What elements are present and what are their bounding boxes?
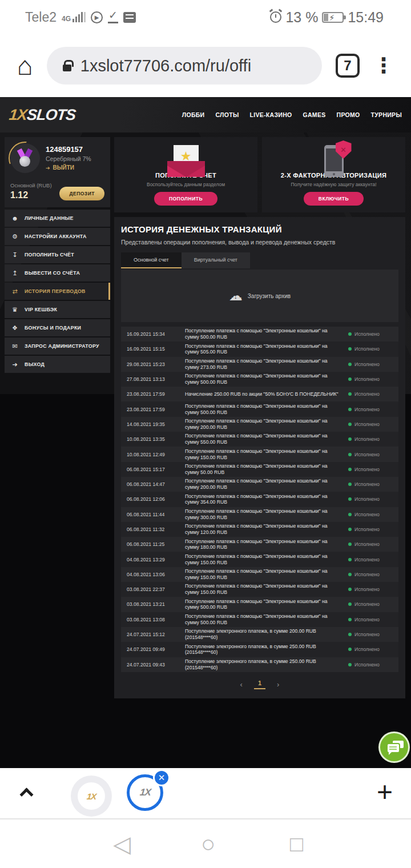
avatar-medal-icon[interactable] bbox=[10, 143, 40, 173]
sidebar-menu-item[interactable]: ➔ ВЫХОД bbox=[5, 356, 110, 373]
status-bar: Tele2 4G ▶ ✓ 13 % ⚡ 15:49 bbox=[0, 0, 411, 34]
sidebar-menu-item[interactable]: ❖ БОНУСЫ И ПОДАРКИ bbox=[5, 319, 110, 336]
table-row[interactable]: 06.08.2021 11:44 Поступление платежа с п… bbox=[121, 507, 398, 522]
nav-item[interactable]: ПРОМО bbox=[337, 111, 360, 118]
transaction-date: 06.08.2021 11:44 bbox=[127, 512, 185, 517]
logout-link[interactable]: ➔ ВЫЙТИ bbox=[46, 164, 91, 171]
url-text[interactable]: 1xslot77706.com/ru/offi bbox=[80, 57, 251, 75]
status-label: Исполнено bbox=[354, 617, 380, 622]
transaction-date: 23.08.2021 17:59 bbox=[127, 407, 185, 412]
table-row[interactable]: 06.08.2021 11:25 Поступление платежа с п… bbox=[121, 537, 398, 552]
table-row[interactable]: 23.08.2021 17:59 Начисление 250.00 RUB п… bbox=[121, 387, 398, 401]
transaction-status: Исполнено bbox=[348, 662, 394, 668]
deposit-button[interactable]: ДЕПОЗИТ bbox=[59, 187, 104, 200]
android-recents-icon[interactable]: □ bbox=[290, 833, 303, 855]
status-label: Исполнено bbox=[354, 467, 380, 472]
sidebar-menu-item[interactable]: ☻ ЛИЧНЫЕ ДАННЫЕ bbox=[5, 210, 110, 227]
new-tab-button[interactable]: + bbox=[377, 778, 393, 806]
close-tab-icon[interactable]: ✕ bbox=[153, 769, 170, 786]
nav-item[interactable]: LIVE-КАЗИНО bbox=[250, 111, 292, 118]
site-logo[interactable]: 1XSLOTS bbox=[8, 106, 76, 124]
table-row[interactable]: 03.08.2021 13:21 Поступление платежа с п… bbox=[121, 597, 398, 612]
nav-item[interactable]: ТУРНИРЫ bbox=[371, 111, 402, 118]
download-archive-button[interactable]: ☁↓ Загрузить архив bbox=[121, 270, 398, 322]
current-page-button[interactable]: 1 bbox=[254, 680, 265, 689]
tab-main-account[interactable]: Основной счет bbox=[121, 252, 182, 268]
nav-item[interactable]: GAMES bbox=[303, 111, 326, 118]
transaction-description: Поступление платежа с помощью "Электронн… bbox=[185, 463, 348, 475]
transaction-status: Исполнено bbox=[348, 452, 394, 457]
sidebar-menu-item[interactable]: ↧ ПОПОЛНИТЬ СЧЁТ bbox=[5, 246, 110, 263]
transaction-description: Поступление платежа с помощью "Электронн… bbox=[185, 523, 348, 535]
tab-counter-button[interactable]: 7 bbox=[336, 54, 360, 78]
sidebar-menu-item[interactable]: ↥ ВЫВЕСТИ СО СЧЁТА bbox=[5, 264, 110, 282]
table-row[interactable]: 04.08.2021 13:29 Поступление платежа с п… bbox=[121, 552, 398, 566]
table-row[interactable]: 10.08.2021 13:35 Поступление платежа с п… bbox=[121, 432, 398, 447]
table-row[interactable]: 23.08.2021 17:59 Поступление платежа с п… bbox=[121, 401, 398, 416]
tab-thumbnail-1[interactable]: 1X bbox=[71, 775, 112, 817]
status-dot-icon bbox=[348, 437, 352, 441]
android-back-icon[interactable]: ◁ bbox=[113, 833, 131, 855]
status-label: Исполнено bbox=[354, 496, 380, 502]
promo-subtitle: Получите надёжную защиту аккаунта! bbox=[291, 182, 376, 187]
sidebar-menu-item[interactable]: ✉ ЗАПРОС АДМИНИСТРАТОРУ bbox=[5, 337, 110, 355]
table-row[interactable]: 24.07.2021 09:49 Поступление электронног… bbox=[121, 642, 398, 657]
table-row[interactable]: 06.08.2021 15:17 Поступление платежа с п… bbox=[121, 462, 398, 477]
menu-item-icon: ❖ bbox=[10, 324, 19, 332]
transaction-description: Поступление платежа с помощью "Электронн… bbox=[185, 613, 348, 625]
transaction-status: Исполнено bbox=[348, 617, 394, 622]
transaction-status: Исполнено bbox=[348, 421, 394, 427]
android-navigation-bar: ◁ ○ □ bbox=[0, 818, 411, 868]
play-circle-icon: ▶ bbox=[91, 11, 103, 23]
table-row[interactable]: 16.09.2021 15:34 Поступление платежа с п… bbox=[121, 327, 398, 341]
table-row[interactable]: 04.08.2021 13:06 Поступление платежа с п… bbox=[121, 567, 398, 582]
prev-page-icon[interactable]: ‹ bbox=[240, 680, 243, 689]
table-row[interactable]: 10.08.2021 12:49 Поступление платежа с п… bbox=[121, 447, 398, 461]
status-dot-icon bbox=[348, 483, 352, 486]
table-row[interactable]: 24.07.2021 09:43 Поступление электронног… bbox=[121, 657, 398, 672]
transaction-date: 23.08.2021 17:59 bbox=[127, 391, 185, 397]
table-row[interactable]: 16.09.2021 15:15 Поступление платежа с п… bbox=[121, 341, 398, 356]
promo-deposit-button[interactable]: ПОПОЛНИТЬ bbox=[154, 192, 217, 206]
promo-card-2fa[interactable]: ✕ 2-Х ФАКТОРНАЯ АВТОРИЗАЦИЯ Получите над… bbox=[262, 137, 405, 212]
balance-label: Основной (RUB) bbox=[10, 182, 52, 188]
table-row[interactable]: 14.08.2021 19:35 Поступление платежа с п… bbox=[121, 417, 398, 432]
transaction-date: 03.08.2021 22:37 bbox=[127, 586, 185, 592]
table-row[interactable]: 03.08.2021 13:08 Поступление платежа с п… bbox=[121, 612, 398, 627]
chevron-up-icon[interactable] bbox=[19, 787, 33, 801]
promo-enable-2fa-button[interactable]: ВКЛЮЧИТЬ bbox=[304, 192, 364, 206]
home-icon[interactable]: ⌂ bbox=[17, 53, 33, 79]
promo-cards: ★ ПОПОЛНИТЕ СЧЕТ Воспользуйтесь данным р… bbox=[114, 137, 405, 212]
account-info: 124859157 Серебряный 7% ➔ ВЫЙТИ bbox=[46, 143, 91, 173]
pagination: ‹ 1 › bbox=[121, 680, 398, 689]
status-dot-icon bbox=[348, 513, 352, 516]
tab2-logo: 1X bbox=[139, 787, 151, 798]
status-dot-icon bbox=[348, 558, 352, 561]
table-row[interactable]: 06.08.2021 11:32 Поступление платежа с п… bbox=[121, 522, 398, 537]
sidebar-menu-item[interactable]: ⚙ НАСТРОЙКИ АККАУНТА bbox=[5, 228, 110, 245]
status-dot-icon bbox=[348, 542, 352, 546]
table-row[interactable]: 06.08.2021 12:06 Поступление платежа с п… bbox=[121, 492, 398, 507]
transaction-date: 14.08.2021 19:35 bbox=[127, 421, 185, 427]
status-label: Исполнено bbox=[354, 527, 380, 532]
nav-item[interactable]: ЛОББИ bbox=[182, 111, 205, 118]
browser-menu-icon[interactable]: ⋮ bbox=[373, 58, 394, 74]
nav-item[interactable]: СЛОТЫ bbox=[215, 111, 239, 118]
promo-card-deposit[interactable]: ★ ПОПОЛНИТЕ СЧЕТ Воспользуйтесь данным р… bbox=[114, 137, 257, 212]
table-row[interactable]: 29.08.2021 15:23 Поступление платежа с п… bbox=[121, 357, 398, 372]
table-row[interactable]: 06.08.2021 14:47 Поступление платежа с п… bbox=[121, 477, 398, 492]
table-row[interactable]: 03.08.2021 22:37 Поступление платежа с п… bbox=[121, 582, 398, 597]
table-row[interactable]: 27.08.2021 13:13 Поступление платежа с п… bbox=[121, 372, 398, 387]
next-page-icon[interactable]: › bbox=[277, 680, 279, 689]
transaction-description: Поступление платежа с помощью "Электронн… bbox=[185, 343, 348, 355]
sidebar-menu-item[interactable]: ♛ VIP КЕШБЭК bbox=[5, 301, 110, 318]
tab-virtual-account[interactable]: Виртуальный счет bbox=[182, 252, 250, 268]
sidebar-menu-item[interactable]: ⇄ ИСТОРИЯ ПЕРЕВОДОВ bbox=[5, 283, 110, 300]
transaction-description: Поступление платежа с помощью "Электронн… bbox=[185, 583, 348, 595]
chat-fab-button[interactable] bbox=[378, 732, 410, 763]
status-label: Исполнено bbox=[354, 601, 380, 607]
transaction-date: 06.08.2021 11:32 bbox=[127, 527, 185, 532]
address-bar[interactable]: 1xslot77706.com/ru/offi bbox=[47, 47, 322, 85]
table-row[interactable]: 24.07.2021 15:12 Поступление электронног… bbox=[121, 627, 398, 642]
android-home-icon[interactable]: ○ bbox=[201, 832, 215, 856]
